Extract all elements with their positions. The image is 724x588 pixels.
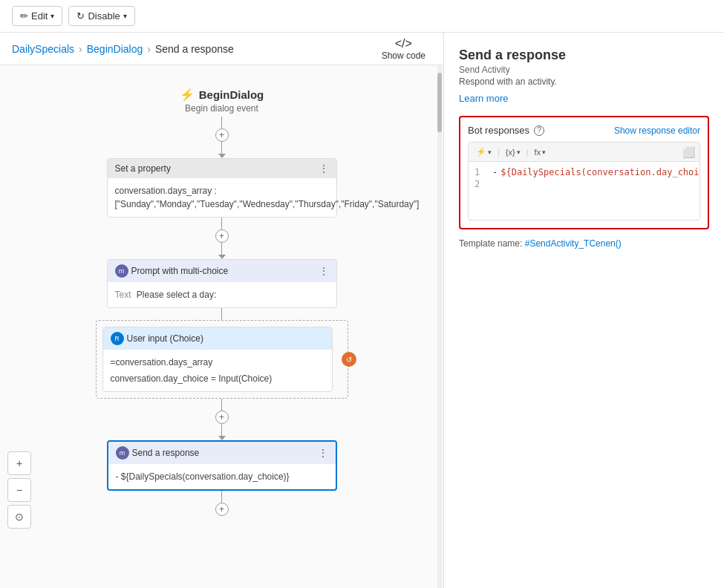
user-input-body: =conversation.days_array conversation.da… (103, 350, 332, 391)
code-text-1: ${DailySpecials(conversation.day_choic (500, 167, 700, 177)
bot-responses-text: Bot responses (468, 125, 529, 136)
plus-btn-2[interactable]: + (215, 229, 229, 243)
fx-label: fx (535, 148, 541, 157)
right-panel-description: Respond with an activity. (459, 76, 709, 87)
connector-2: + (215, 218, 229, 259)
disable-label: Disable (88, 10, 120, 22)
prompt-text-label: Text (115, 290, 131, 300)
template-name-value[interactable]: #SendActivity_TCenen() (525, 238, 622, 249)
line-1 (221, 117, 222, 128)
help-icon[interactable]: ? (534, 125, 544, 136)
template-chevron: ▾ (488, 148, 492, 156)
toolbar-sep-2: | (526, 148, 529, 157)
bot-responses-label: Bot responses ? (468, 125, 544, 136)
zoom-out-button[interactable]: − (7, 478, 31, 502)
prompt-title: Prompt with multi-choice (131, 266, 229, 276)
begin-dialog-subtitle: Begin dialog event (185, 103, 258, 114)
send-response-menu-btn[interactable]: ⋮ (318, 448, 328, 458)
set-property-title: Set a property (115, 163, 171, 174)
prompt-node-header: m Prompt with multi-choice ⋮ (108, 260, 336, 282)
breadcrumb-sep-2: › (147, 43, 151, 55)
line-2 (221, 142, 222, 154)
prompt-menu-btn[interactable]: ⋮ (319, 266, 329, 276)
user-input-line2: conversation.day_choice = Input(Choice) (111, 372, 325, 385)
show-code-button[interactable]: </> Show code (376, 34, 431, 64)
zoom-fit-button[interactable]: ⊙ (7, 505, 31, 529)
flow-container: ⚡ BeginDialog Begin dialog event + (15, 80, 428, 516)
disable-button[interactable]: ↻ Disable ▾ (68, 6, 134, 26)
breadcrumb-item-2[interactable]: BeginDialog (87, 43, 143, 55)
prompt-text-value: Please select a day: (137, 290, 216, 300)
set-property-node-header: Set a property ⋮ (108, 159, 336, 178)
fx-btn[interactable]: fx ▾ (532, 146, 549, 158)
code-line-2: 2 (469, 178, 699, 190)
set-property-node: Set a property ⋮ conversation.days_array… (107, 158, 337, 218)
line-8 (221, 491, 222, 503)
disable-chevron-icon: ▾ (123, 12, 127, 20)
dashed-group: R User input (Choice) =conversation.days… (96, 320, 348, 399)
edit-button[interactable]: ✏ Edit ▾ (12, 6, 62, 26)
plus-btn-4[interactable]: + (215, 503, 229, 516)
breadcrumb: DailySpecials › BeginDialog › Send a res… (12, 43, 234, 55)
breadcrumb-item-3: Send a response (155, 43, 234, 55)
prompt-node: m Prompt with multi-choice ⋮ Text Please… (107, 259, 337, 308)
show-response-editor-button[interactable]: Show response editor (614, 125, 700, 136)
line-4 (221, 243, 222, 255)
vars-btn[interactable]: {x} ▾ (503, 146, 524, 158)
breadcrumb-sep-1: › (79, 43, 82, 55)
user-icon: R (111, 332, 124, 345)
connector-5: + (215, 491, 229, 516)
learn-more-link[interactable]: Learn more (459, 93, 709, 104)
send-response-header: m Send a response ⋮ (108, 442, 336, 464)
code-editor[interactable]: 1 - ${DailySpecials(conversation.day_cho… (468, 161, 700, 220)
orange-circle-icon: ↺ (342, 352, 356, 367)
breadcrumb-item-1[interactable]: DailySpecials (12, 43, 74, 55)
begin-dialog-header: ⚡ BeginDialog Begin dialog event (180, 88, 264, 114)
template-name: Template name: #SendActivity_TCenen() (459, 238, 709, 249)
send-response-node: m Send a response ⋮ - ${DailySpecials(co… (107, 440, 337, 491)
edit-chevron-icon: ▾ (50, 12, 54, 20)
line-5 (221, 308, 222, 320)
canvas-content: ⚡ BeginDialog Begin dialog event + (0, 65, 443, 585)
disable-icon: ↻ (76, 10, 85, 22)
line-6 (221, 399, 222, 411)
user-input-line1: =conversation.days_array (111, 356, 325, 369)
right-panel-subtitle: Send Activity (459, 65, 709, 75)
expand-btn[interactable]: ⬜ (682, 146, 695, 158)
edit-icon: ✏ (20, 10, 28, 22)
connector-3 (96, 308, 348, 320)
plus-btn-3[interactable]: + (215, 411, 229, 424)
vars-label: {x} (506, 148, 515, 157)
template-name-prefix: Template name: (459, 238, 525, 249)
show-code-label: Show code (382, 50, 425, 61)
template-icon: ⚡ (476, 147, 486, 157)
main-layout: DailySpecials › BeginDialog › Send a res… (0, 33, 724, 588)
lightning-icon: ⚡ (180, 88, 195, 102)
canvas-panel: DailySpecials › BeginDialog › Send a res… (0, 33, 444, 588)
code-line-1: 1 - ${DailySpecials(conversation.day_cho… (469, 166, 699, 178)
set-property-body-text: conversation.days_array : ["Sunday","Mon… (115, 186, 420, 209)
canvas-area[interactable]: ⚡ BeginDialog Begin dialog event + (0, 65, 443, 588)
breadcrumb-bar: DailySpecials › BeginDialog › Send a res… (0, 33, 443, 65)
user-input-header: R User input (Choice) (103, 327, 332, 350)
set-property-body: conversation.days_array : ["Sunday","Mon… (108, 178, 336, 217)
bot-responses-section: Bot responses ? Show response editor ⚡ ▾… (459, 116, 709, 229)
zoom-in-button[interactable]: + (7, 451, 31, 475)
user-input-node: R User input (Choice) =conversation.days… (102, 327, 333, 392)
line-dash-1: - (492, 167, 498, 177)
right-panel-title: Send a response (459, 48, 709, 63)
set-property-menu-btn[interactable]: ⋮ (319, 163, 329, 174)
line-3 (221, 218, 222, 229)
line-7 (221, 424, 222, 436)
toolbar-sep-1: | (498, 148, 500, 157)
toolbar: ✏ Edit ▾ ↻ Disable ▾ (0, 0, 724, 33)
user-input-group: R User input (Choice) =conversation.days… (96, 308, 348, 399)
bot-responses-header: Bot responses ? Show response editor (468, 125, 700, 136)
send-icon: m (116, 446, 129, 460)
plus-btn-1[interactable]: + (215, 128, 229, 142)
template-icon-btn[interactable]: ⚡ ▾ (473, 146, 495, 158)
send-response-title: Send a response (132, 448, 200, 458)
code-icon: </> (395, 37, 412, 50)
line-number-2: 2 (474, 179, 486, 189)
right-panel: Send a response Send Activity Respond wi… (444, 33, 724, 588)
